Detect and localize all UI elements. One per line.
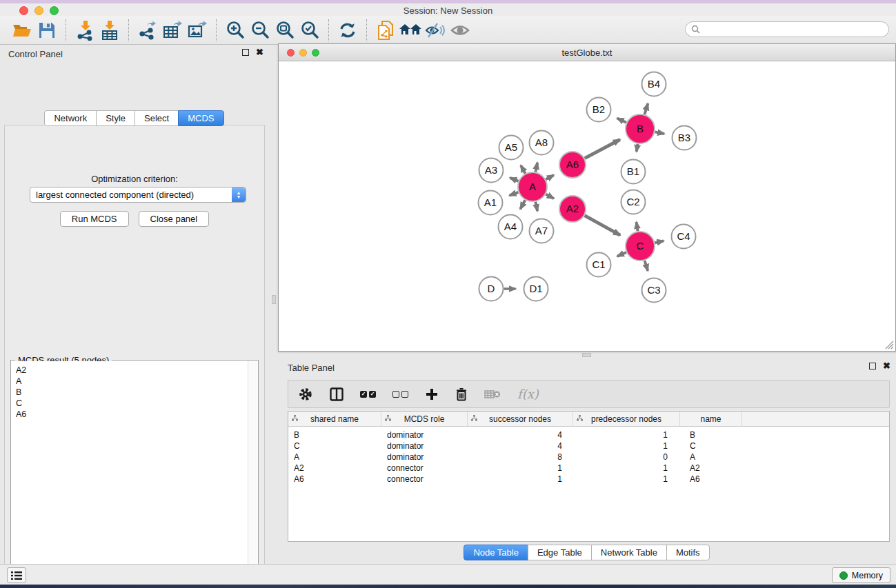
tab-style[interactable]: Style <box>96 110 135 126</box>
column-header-predecessor-nodes[interactable]: predecessor nodes <box>573 412 680 426</box>
float-table-panel-icon[interactable] <box>869 363 876 369</box>
add-column-icon[interactable] <box>425 387 439 401</box>
clone-network-button[interactable] <box>373 19 398 42</box>
column-header-name[interactable]: name <box>680 412 742 426</box>
export-image-button[interactable] <box>185 19 210 42</box>
cell-mcds-role[interactable]: dominator <box>381 452 468 463</box>
cell-predecessor[interactable]: 1 <box>573 474 680 485</box>
cell-name[interactable]: C <box>680 440 742 452</box>
search-input[interactable] <box>704 25 888 34</box>
tab-network-table[interactable]: Network Table <box>591 545 667 560</box>
result-item[interactable]: A2 <box>16 365 243 376</box>
graph-edge-A-A8[interactable] <box>535 163 537 172</box>
column-header-mcds-role[interactable]: MCDS role <box>381 412 468 426</box>
select-all-columns-icon[interactable]: ✓✓ <box>360 391 376 398</box>
tab-motifs[interactable]: Motifs <box>666 545 710 560</box>
cell-predecessor[interactable]: 0 <box>573 452 680 463</box>
cell-name[interactable]: A6 <box>680 474 742 485</box>
zoom-out-button[interactable] <box>248 19 272 42</box>
graph-edge-C-C4[interactable] <box>655 241 664 243</box>
zoom-selected-button[interactable] <box>297 19 322 42</box>
result-item[interactable]: A6 <box>16 409 243 420</box>
cell-shared-name[interactable]: A2 <box>288 463 381 474</box>
cell-shared-name[interactable]: A6 <box>288 474 381 485</box>
import-network-button[interactable] <box>72 19 97 42</box>
graph-edge-B-B4[interactable] <box>644 103 648 114</box>
zoom-fit-button[interactable] <box>272 19 297 42</box>
delete-column-trash-icon[interactable] <box>455 387 468 401</box>
cell-shared-name[interactable]: A <box>288 452 381 463</box>
save-session-button[interactable] <box>34 19 59 42</box>
graph-edge-B-B2[interactable] <box>617 118 626 122</box>
cell-mcds-role[interactable]: dominator <box>381 440 468 452</box>
horizontal-split-handle[interactable] <box>582 353 591 357</box>
cell-predecessor[interactable]: 1 <box>573 440 680 452</box>
cell-successor[interactable]: 8 <box>468 452 573 463</box>
cell-name[interactable]: A2 <box>680 463 742 474</box>
tab-select[interactable]: Select <box>135 110 179 126</box>
cell-shared-name[interactable]: B <box>288 429 381 440</box>
table-row[interactable]: Cdominator41C <box>288 440 889 452</box>
deselect-all-columns-icon[interactable] <box>392 391 408 398</box>
graph-edge-B-B1[interactable] <box>637 144 638 152</box>
result-scrollbar[interactable] <box>248 361 257 588</box>
table-row[interactable]: A2connector11A2 <box>288 463 889 474</box>
result-item[interactable]: C <box>16 398 243 409</box>
show-all-button[interactable] <box>448 19 472 42</box>
cell-predecessor[interactable]: 1 <box>573 463 680 474</box>
cell-mcds-role[interactable]: connector <box>381 463 468 474</box>
cell-name[interactable]: A <box>680 452 742 463</box>
tab-mcds[interactable]: MCDS <box>178 110 223 126</box>
graph-edge-A-A5[interactable] <box>521 165 525 174</box>
home-button[interactable] <box>398 19 423 42</box>
float-panel-icon[interactable] <box>242 49 249 56</box>
graph-edge-A-A4[interactable] <box>520 200 525 209</box>
hide-selected-button[interactable] <box>423 19 448 42</box>
graph-edge-A6-B[interactable] <box>585 139 620 158</box>
graph-edge-A2-C[interactable] <box>585 216 621 235</box>
graph-edge-C-C1[interactable] <box>617 252 626 256</box>
tab-edge-table[interactable]: Edge Table <box>528 545 592 560</box>
graph-edge-A-A1[interactable] <box>510 192 519 196</box>
result-item[interactable]: A <box>16 376 243 387</box>
table-row[interactable]: Adominator80A <box>288 452 889 463</box>
close-panel-button[interactable]: Close panel <box>139 211 210 227</box>
cell-successor[interactable]: 1 <box>468 474 573 485</box>
result-item[interactable]: B <box>16 387 243 398</box>
run-mcds-button[interactable]: Run MCDS <box>60 211 129 227</box>
tab-network[interactable]: Network <box>44 110 97 126</box>
zoom-in-button[interactable] <box>223 19 248 42</box>
cell-mcds-role[interactable]: connector <box>381 474 468 485</box>
close-table-panel-icon[interactable]: ✖ <box>883 363 890 369</box>
graph-edge-A-A7[interactable] <box>535 202 537 212</box>
export-table-button[interactable] <box>160 19 185 42</box>
cell-shared-name[interactable]: C <box>288 440 381 452</box>
close-panel-icon[interactable]: ✖ <box>256 49 263 56</box>
vertical-split-handle[interactable] <box>272 295 276 304</box>
cell-successor[interactable]: 4 <box>468 440 573 452</box>
graph-edge-A-A6[interactable] <box>546 175 554 179</box>
export-network-button[interactable] <box>135 19 160 42</box>
function-builder-icon[interactable]: f(x) <box>517 387 539 401</box>
cell-successor[interactable]: 1 <box>468 463 573 474</box>
table-settings-gear-icon[interactable] <box>298 387 313 402</box>
criterion-dropdown[interactable]: largest connected component (directed) ▲… <box>30 187 246 203</box>
refresh-button[interactable] <box>335 19 360 42</box>
table-row[interactable]: Bdominator41B <box>288 429 889 440</box>
graph-edge-C-C2[interactable] <box>637 222 638 231</box>
cell-mcds-role[interactable]: dominator <box>381 429 468 440</box>
column-header-shared-name[interactable]: shared name <box>288 412 381 426</box>
tab-node-table[interactable]: Node Table <box>464 545 528 560</box>
column-header-successor-nodes[interactable]: successor nodes <box>468 412 573 426</box>
cell-successor[interactable]: 4 <box>468 429 573 440</box>
network-canvas[interactable]: AA1A2A3A4A5A6A7A8BB1B2B3B4CC1C2C3C4DD1 <box>279 62 895 351</box>
graph-edge-C-C3[interactable] <box>645 261 648 271</box>
import-table-button[interactable] <box>97 19 122 42</box>
open-file-button[interactable] <box>10 19 34 42</box>
cell-predecessor[interactable]: 1 <box>573 429 680 440</box>
task-history-button[interactable] <box>7 567 26 583</box>
cell-name[interactable]: B <box>680 429 742 440</box>
resize-grip-icon[interactable] <box>884 340 894 349</box>
graph-edge-A-A2[interactable] <box>546 194 554 199</box>
graph-edge-B-B3[interactable] <box>655 132 665 134</box>
